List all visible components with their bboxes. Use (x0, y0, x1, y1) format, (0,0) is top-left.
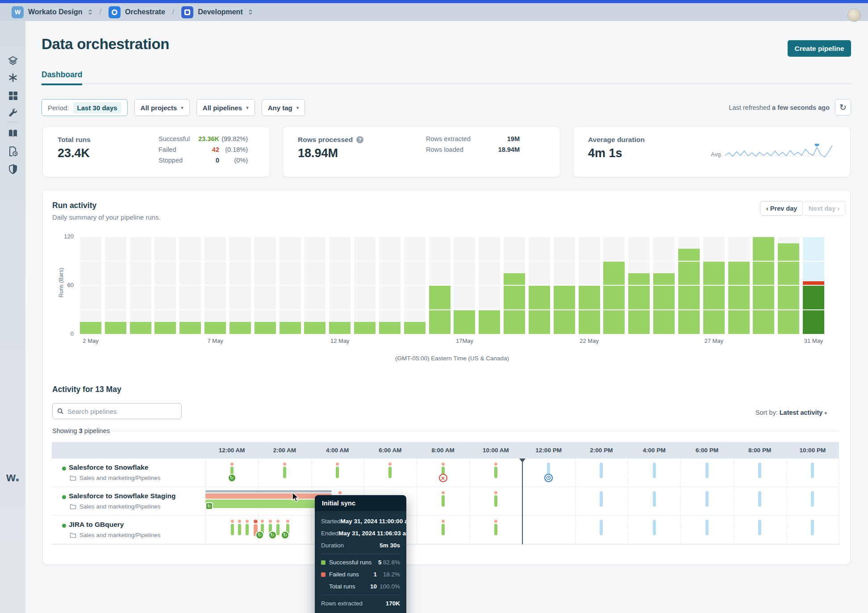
chart-column[interactable] (454, 237, 475, 334)
run-tick-success[interactable] (283, 463, 286, 478)
run-tick-success[interactable] (246, 520, 249, 535)
chart-column[interactable] (504, 237, 525, 334)
shield-icon[interactable] (8, 164, 18, 175)
pipeline-name[interactable]: Salesforce to Snowflake (69, 463, 148, 471)
run-tick-scheduled[interactable] (653, 520, 656, 535)
chart-column[interactable] (603, 237, 625, 334)
chart-column[interactable] (579, 237, 600, 334)
chart-column[interactable] (354, 237, 376, 334)
tooltip-divider (321, 554, 400, 554)
pipeline-name[interactable]: JIRA to GBquery (69, 521, 124, 529)
chart-column[interactable] (803, 237, 824, 334)
file-clock-icon[interactable] (8, 146, 18, 157)
chart-column[interactable] (230, 237, 251, 334)
wrench-icon[interactable] (8, 108, 18, 119)
chart-column[interactable] (678, 237, 700, 334)
run-tick-scheduled[interactable] (811, 491, 814, 507)
run-tick-scheduled[interactable] (705, 520, 709, 535)
tab-dashboard[interactable]: Dashboard (42, 70, 82, 85)
pipelines-filter-dropdown[interactable]: All pipelines▾ (196, 99, 255, 116)
run-tick-success[interactable] (388, 463, 392, 478)
run-tick-scheduled[interactable] (600, 491, 603, 507)
run-tick-scheduled[interactable] (705, 491, 709, 507)
tag-filter-dropdown[interactable]: Any tag▾ (262, 99, 305, 116)
run-tick-success[interactable] (442, 520, 445, 535)
chart-column[interactable] (379, 237, 401, 334)
run-span-success[interactable] (205, 500, 332, 508)
chart-column[interactable] (529, 237, 550, 334)
chart-column[interactable] (329, 237, 351, 334)
chart-column[interactable] (304, 237, 326, 334)
chart-column[interactable] (179, 237, 201, 334)
run-tick-scheduled[interactable] (758, 520, 761, 535)
user-avatar[interactable] (847, 8, 861, 22)
run-badge-failed-icon[interactable]: × (439, 474, 447, 482)
run-badge-success-icon[interactable]: ↻ (281, 531, 289, 539)
chart-column[interactable] (554, 237, 575, 334)
grid-icon[interactable] (8, 90, 18, 101)
chart-column[interactable] (728, 237, 750, 334)
chart-bar (379, 322, 401, 334)
run-tick-scheduled[interactable] (600, 520, 603, 535)
workato-logo[interactable]: w (6, 471, 19, 484)
run-tick-scheduled[interactable] (811, 463, 814, 478)
run-tick-success[interactable] (336, 463, 339, 478)
run-badge-success-icon[interactable]: ↻ (228, 474, 236, 482)
run-badge-success-icon[interactable]: ↻ (268, 531, 277, 539)
projects-filter-dropdown[interactable]: All projects▾ (134, 99, 190, 116)
chart-column[interactable] (628, 237, 650, 334)
chart-column[interactable] (778, 237, 799, 334)
breadcrumb-workspace[interactable]: W Workato Design (12, 6, 92, 18)
run-span-failed[interactable] (205, 493, 332, 499)
chart-column[interactable] (479, 237, 500, 334)
run-tick-scheduled[interactable] (758, 491, 761, 507)
last-refreshed-status: Last refreshed a few seconds ago (729, 104, 830, 111)
run-tick-success[interactable] (494, 491, 497, 507)
run-tick-scheduled[interactable] (705, 463, 709, 478)
pipeline-name[interactable]: Salesforce to Snowflake Staging (69, 492, 175, 500)
chart-column[interactable] (130, 237, 151, 334)
period-filter[interactable]: Period: Last 30 days (42, 99, 128, 116)
chart-column[interactable] (280, 237, 301, 334)
run-badge-stack-icon[interactable]: ↻ (205, 502, 213, 510)
prev-day-button[interactable]: ‹ Prev day (760, 201, 803, 216)
run-tick-success[interactable] (442, 491, 445, 507)
run-tick-success[interactable] (494, 463, 497, 478)
next-day-button[interactable]: Next day › (802, 201, 846, 216)
chart-column[interactable] (753, 237, 774, 334)
sort-by-dropdown[interactable]: Sort by: Latest activity ▾ (755, 409, 827, 416)
help-icon[interactable]: ? (356, 136, 363, 143)
run-tick-scheduled[interactable] (758, 463, 761, 478)
chart-column[interactable] (80, 237, 101, 334)
breadcrumb-environment[interactable]: Development (181, 6, 252, 18)
chart-column[interactable] (404, 237, 426, 334)
search-pipelines-input[interactable] (67, 408, 177, 415)
run-tick-scheduled[interactable] (811, 520, 814, 535)
chart-column[interactable] (204, 237, 226, 334)
asterisk-icon[interactable] (8, 72, 18, 83)
run-tick-scheduled[interactable] (653, 463, 656, 478)
stack-icon[interactable] (8, 55, 18, 66)
tooltip-run-percent: 82.8% (382, 559, 400, 566)
book-icon[interactable] (8, 128, 18, 139)
create-pipeline-button[interactable]: Create pipeline (788, 40, 851, 57)
refresh-button[interactable]: ↻ (835, 99, 851, 116)
chart-bar (429, 285, 451, 334)
chart-column[interactable] (105, 237, 126, 334)
run-span-overflow[interactable] (205, 490, 332, 492)
chart-column[interactable] (653, 237, 675, 334)
chart-column[interactable] (429, 237, 451, 334)
run-tick-success[interactable] (276, 520, 280, 535)
x-axis-label: 12 May (330, 338, 350, 344)
run-badge-success-icon[interactable]: ↻ (255, 531, 264, 539)
run-tick-scheduled[interactable] (600, 463, 603, 478)
chart-column[interactable] (154, 237, 176, 334)
chart-column[interactable] (255, 237, 276, 334)
chart-column[interactable] (703, 237, 725, 334)
run-tick-scheduled[interactable] (653, 491, 656, 507)
breadcrumb-app[interactable]: Orchestrate (108, 6, 165, 18)
run-tick-success[interactable] (494, 520, 497, 535)
run-badge-scheduled-icon[interactable] (544, 474, 553, 482)
run-tick-success[interactable] (238, 520, 241, 535)
run-tick-success[interactable] (231, 520, 234, 535)
